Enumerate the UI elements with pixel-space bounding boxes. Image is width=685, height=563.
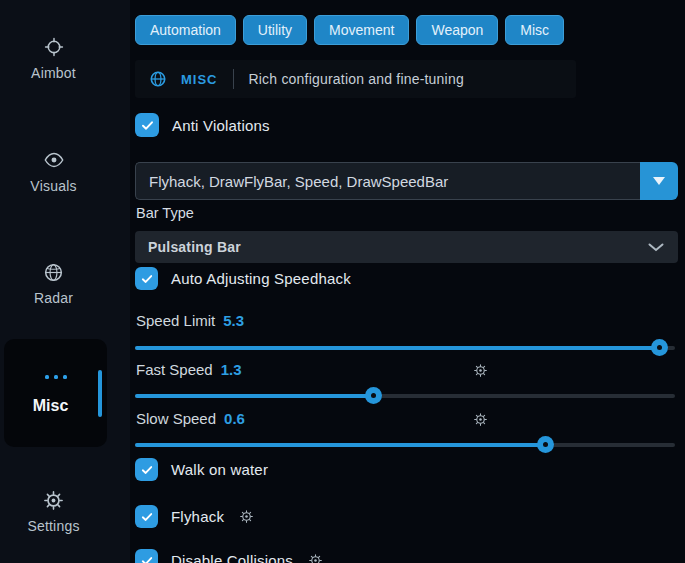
gear-icon[interactable] (473, 363, 488, 378)
globe-icon (149, 70, 167, 88)
slider-value: 1.3 (221, 361, 242, 378)
gear-icon[interactable] (239, 509, 254, 524)
slider-label: Fast Speed (136, 361, 213, 378)
dropdown-triangle-icon (652, 172, 666, 190)
multiselect-open-button[interactable] (640, 162, 678, 200)
anti-violations-row[interactable]: Anti Violations (135, 113, 270, 137)
chevron-down-icon (648, 243, 664, 252)
disable-collisions-row[interactable]: Disable Collisions (135, 549, 323, 563)
tab-utility[interactable]: Utility (243, 15, 307, 45)
checkbox-label: Disable Collisions (171, 552, 293, 563)
bar-type-select[interactable]: Pulsating Bar (135, 231, 678, 263)
slider-value: 5.3 (223, 312, 244, 329)
checkbox-label: Auto Adjusting Speedhack (171, 270, 351, 287)
fast-speed-slider[interactable] (135, 387, 675, 404)
slider-thumb[interactable] (365, 387, 382, 404)
sidebar-item-label: Misc (4, 397, 97, 415)
tab-movement[interactable]: Movement (314, 15, 409, 45)
select-value: Pulsating Bar (148, 239, 241, 255)
checkbox-checked-icon[interactable] (135, 549, 158, 563)
multiselect-value: Flyhack, DrawFlyBar, Speed, DrawSpeedBar (149, 173, 448, 190)
category-tabs: Automation Utility Movement Weapon Misc (135, 15, 564, 45)
walk-on-water-row[interactable]: Walk on water (135, 458, 268, 481)
sidebar: Aimbot Visuals Radar Misc (0, 0, 130, 563)
checkbox-checked-icon[interactable] (135, 458, 158, 481)
slow-speed-slider[interactable] (135, 436, 675, 453)
checkbox-label: Anti Violations (172, 117, 270, 134)
sidebar-item-label: Settings (27, 518, 79, 534)
violations-multiselect[interactable]: Flyhack, DrawFlyBar, Speed, DrawSpeedBar (135, 162, 678, 200)
speed-limit-slider[interactable] (135, 339, 675, 356)
slider-thumb[interactable] (651, 339, 668, 356)
slider-thumb[interactable] (537, 436, 554, 453)
slider-label: Slow Speed (136, 410, 216, 427)
dots-icon (45, 375, 67, 379)
sidebar-item-label: Aimbot (31, 65, 76, 81)
slider-label: Speed Limit (136, 312, 215, 329)
eye-icon (43, 149, 65, 171)
page-subtitle: Rich configuration and fine-tuning (249, 71, 464, 87)
checkbox-label: Walk on water (171, 461, 268, 478)
active-indicator (98, 370, 102, 417)
sidebar-item-radar[interactable]: Radar (0, 261, 107, 306)
gear-icon[interactable] (308, 553, 323, 563)
bar-type-label: Bar Type (136, 205, 194, 221)
section-header: MISC Rich configuration and fine-tuning (135, 60, 576, 98)
slider-value: 0.6 (224, 410, 245, 427)
sidebar-item-visuals[interactable]: Visuals (0, 149, 107, 194)
sidebar-item-settings[interactable]: Settings (0, 489, 107, 534)
gear-icon (43, 489, 64, 511)
sidebar-item-label: Visuals (30, 178, 76, 194)
checkbox-checked-icon[interactable] (135, 505, 158, 528)
auto-adjusting-speedhack-row[interactable]: Auto Adjusting Speedhack (135, 267, 351, 290)
fast-speed-label-row: Fast Speed 1.3 (136, 361, 242, 378)
sidebar-item-aimbot[interactable]: Aimbot (0, 36, 107, 81)
globe-icon (43, 261, 64, 283)
crosshair-icon (43, 36, 65, 58)
divider (233, 69, 234, 89)
speed-limit-label-row: Speed Limit 5.3 (136, 312, 244, 329)
sidebar-item-label: Radar (34, 290, 73, 306)
gear-icon[interactable] (473, 412, 488, 427)
sidebar-item-misc[interactable]: Misc (4, 339, 107, 447)
page-title: MISC (181, 72, 218, 87)
tab-weapon[interactable]: Weapon (416, 15, 498, 45)
slow-speed-label-row: Slow Speed 0.6 (136, 410, 245, 427)
multiselect-field[interactable]: Flyhack, DrawFlyBar, Speed, DrawSpeedBar (135, 162, 640, 200)
checkbox-checked-icon[interactable] (135, 267, 158, 290)
tab-automation[interactable]: Automation (135, 15, 236, 45)
checkbox-label: Flyhack (171, 508, 224, 525)
checkbox-checked-icon[interactable] (135, 113, 159, 137)
main-panel: Automation Utility Movement Weapon Misc … (135, 0, 678, 563)
flyhack-row[interactable]: Flyhack (135, 505, 254, 528)
tab-misc[interactable]: Misc (505, 15, 564, 45)
